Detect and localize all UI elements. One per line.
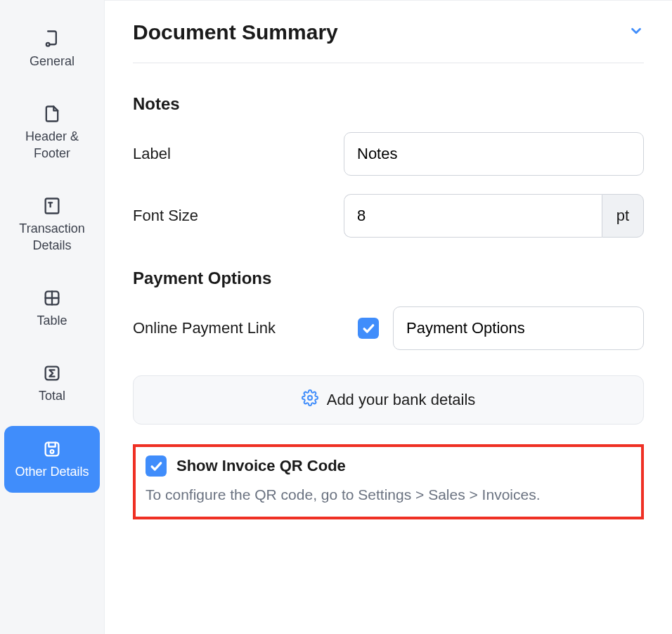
qr-section-highlight: Show Invoice QR Code To configure the QR… [133,444,644,519]
add-bank-details-label: Add your bank details [327,391,476,409]
sidebar-item-other-details[interactable]: Other Details [4,426,100,493]
sidebar-item-general[interactable]: General [4,15,100,82]
sidebar-item-label: Table [37,313,67,329]
online-payment-link-input[interactable] [393,306,644,350]
svg-point-5 [51,450,54,453]
font-size-label: Font Size [133,207,344,225]
sidebar-item-label: Other Details [15,464,89,480]
font-size-unit: pt [602,194,644,238]
sidebar-item-label: Header & Footer [10,129,94,162]
online-payment-link-label: Online Payment Link [133,319,344,337]
sidebar-item-label: General [30,53,75,70]
page-fold-icon [41,103,63,124]
svg-rect-1 [46,199,59,214]
qr-help-text: To configure the QR code, go to Settings… [146,484,631,507]
show-invoice-qr-checkbox[interactable] [146,455,167,477]
online-payment-link-checkbox[interactable] [358,318,379,339]
notes-label-input[interactable] [344,132,644,176]
font-size-input[interactable] [344,194,602,238]
sidebar-item-label: Total [39,388,65,404]
svg-point-6 [308,396,312,400]
text-box-icon [41,195,63,216]
sidebar-item-table[interactable]: Table [4,275,100,342]
sidebar: General Header & Footer Transaction Deta… [0,0,104,634]
sidebar-item-transaction-details[interactable]: Transaction Details [4,183,100,266]
chevron-down-icon [628,23,644,41]
document-icon [41,28,63,49]
sidebar-item-header-footer[interactable]: Header & Footer [4,91,100,174]
save-icon [41,439,63,460]
accordion-title: Document Summary [133,20,338,44]
main-panel: Document Summary Notes Label Font Size p… [104,0,672,634]
show-invoice-qr-title: Show Invoice QR Code [176,457,346,475]
payment-heading: Payment Options [133,269,644,288]
sidebar-item-label: Transaction Details [10,221,94,254]
gear-icon [302,389,318,410]
add-bank-details-button[interactable]: Add your bank details [133,375,644,425]
notes-label-label: Label [133,145,344,163]
table-icon [41,287,63,309]
sidebar-item-total[interactable]: Total [4,350,100,417]
accordion-document-summary[interactable]: Document Summary [133,20,644,63]
sigma-icon [41,363,63,384]
notes-heading: Notes [133,94,644,114]
